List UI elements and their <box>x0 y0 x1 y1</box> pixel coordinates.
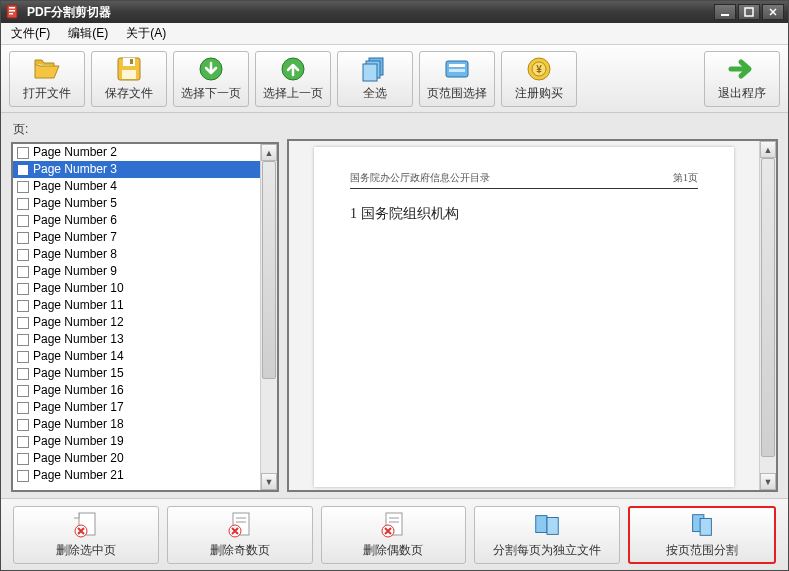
delete-selected-button[interactable]: 删除选中页 <box>13 506 159 564</box>
checkbox[interactable] <box>17 402 29 414</box>
checkbox[interactable] <box>17 249 29 261</box>
svg-rect-25 <box>236 521 246 523</box>
list-item[interactable]: Page Number 19 <box>13 433 260 450</box>
maximize-button[interactable] <box>738 4 760 20</box>
checkbox[interactable] <box>17 266 29 278</box>
checkbox[interactable] <box>17 453 29 465</box>
menu-file[interactable]: 文件(F) <box>7 23 54 44</box>
scroll-track[interactable] <box>261 161 277 473</box>
list-item[interactable]: Page Number 17 <box>13 399 260 416</box>
split-pages-icon <box>532 511 562 539</box>
toolbar-label: 退出程序 <box>718 85 766 102</box>
svg-rect-16 <box>449 64 465 67</box>
list-item[interactable]: Page Number 18 <box>13 416 260 433</box>
checkbox[interactable] <box>17 351 29 363</box>
list-item-label: Page Number 15 <box>33 365 124 382</box>
save-file-button[interactable]: 保存文件 <box>91 51 167 107</box>
preview-viewport[interactable]: 国务院办公厅政府信息公开目录 第1页 1 国务院组织机构 <box>289 141 759 490</box>
select-all-button[interactable]: 全选 <box>337 51 413 107</box>
checkbox[interactable] <box>17 368 29 380</box>
list-item[interactable]: Page Number 2 <box>13 144 260 161</box>
open-file-button[interactable]: 打开文件 <box>9 51 85 107</box>
select-prev-button[interactable]: 选择上一页 <box>255 51 331 107</box>
list-item[interactable]: Page Number 12 <box>13 314 260 331</box>
checkbox[interactable] <box>17 215 29 227</box>
list-item[interactable]: Page Number 21 <box>13 467 260 484</box>
bottom-label: 删除选中页 <box>56 542 116 559</box>
svg-rect-7 <box>123 58 135 66</box>
delete-even-button[interactable]: 删除偶数页 <box>321 506 467 564</box>
svg-rect-4 <box>721 14 729 16</box>
split-each-button[interactable]: 分割每页为独立文件 <box>474 506 620 564</box>
bottom-label: 删除奇数页 <box>210 542 270 559</box>
list-item[interactable]: Page Number 14 <box>13 348 260 365</box>
list-item[interactable]: Page Number 16 <box>13 382 260 399</box>
window-title: PDF分割剪切器 <box>27 4 714 21</box>
svg-rect-8 <box>122 70 136 79</box>
split-range-button[interactable]: 按页范围分割 <box>628 506 776 564</box>
list-item[interactable]: Page Number 10 <box>13 280 260 297</box>
preview-scroll-down-button[interactable]: ▼ <box>760 473 776 490</box>
checkbox[interactable] <box>17 283 29 295</box>
list-item[interactable]: Page Number 3 <box>13 161 260 178</box>
checkbox[interactable] <box>17 385 29 397</box>
list-item[interactable]: Page Number 15 <box>13 365 260 382</box>
checkbox[interactable] <box>17 198 29 210</box>
list-item-label: Page Number 21 <box>33 467 124 484</box>
toolbar-label: 保存文件 <box>105 85 153 102</box>
list-item[interactable]: Page Number 6 <box>13 212 260 229</box>
scroll-down-button[interactable]: ▼ <box>261 473 277 490</box>
checkbox[interactable] <box>17 147 29 159</box>
register-button[interactable]: ¥ 注册购买 <box>501 51 577 107</box>
list-item[interactable]: Page Number 5 <box>13 195 260 212</box>
preview-scroll-up-button[interactable]: ▲ <box>760 141 776 158</box>
page-range-button[interactable]: 页范围选择 <box>419 51 495 107</box>
checkbox[interactable] <box>17 300 29 312</box>
minimize-button[interactable] <box>714 4 736 20</box>
list-item-label: Page Number 8 <box>33 246 117 263</box>
checkbox[interactable] <box>17 436 29 448</box>
checkbox[interactable] <box>17 164 29 176</box>
list-item[interactable]: Page Number 13 <box>13 331 260 348</box>
app-icon <box>5 4 21 20</box>
doc-header-right: 第1页 <box>673 171 698 185</box>
svg-rect-2 <box>9 10 15 12</box>
checkbox[interactable] <box>17 470 29 482</box>
scroll-thumb[interactable] <box>262 161 276 379</box>
svg-text:¥: ¥ <box>536 64 542 75</box>
menu-about[interactable]: 关于(A) <box>122 23 170 44</box>
list-item[interactable]: Page Number 20 <box>13 450 260 467</box>
list-item-label: Page Number 5 <box>33 195 117 212</box>
exit-button[interactable]: 退出程序 <box>704 51 780 107</box>
checkbox[interactable] <box>17 181 29 193</box>
list-item[interactable]: Page Number 4 <box>13 178 260 195</box>
select-next-button[interactable]: 选择下一页 <box>173 51 249 107</box>
checkbox[interactable] <box>17 317 29 329</box>
menu-edit[interactable]: 编辑(E) <box>64 23 112 44</box>
delete-odd-button[interactable]: 删除奇数页 <box>167 506 313 564</box>
list-item[interactable]: Page Number 7 <box>13 229 260 246</box>
preview-scroll-track[interactable] <box>760 158 776 473</box>
scroll-up-button[interactable]: ▲ <box>261 144 277 161</box>
coin-icon: ¥ <box>524 55 554 83</box>
list-item-label: Page Number 2 <box>33 144 117 161</box>
list-item[interactable]: Page Number 11 <box>13 297 260 314</box>
checkbox[interactable] <box>17 232 29 244</box>
document-page: 国务院办公厅政府信息公开目录 第1页 1 国务院组织机构 <box>314 147 734 487</box>
checkbox[interactable] <box>17 419 29 431</box>
svg-rect-9 <box>130 59 133 64</box>
list-item[interactable]: Page Number 8 <box>13 246 260 263</box>
pages-listbox[interactable]: Page Number 2Page Number 3Page Number 4P… <box>13 144 260 490</box>
close-button[interactable] <box>762 4 784 20</box>
list-item[interactable]: Page Number 9 <box>13 263 260 280</box>
app-window: PDF分割剪切器 文件(F) 编辑(E) 关于(A) 打开文件 <box>0 0 789 571</box>
checkbox[interactable] <box>17 334 29 346</box>
list-item-label: Page Number 18 <box>33 416 124 433</box>
folder-open-icon <box>32 55 62 83</box>
toolbar-label: 全选 <box>363 85 387 102</box>
preview-scroll-thumb[interactable] <box>761 158 775 457</box>
list-item-label: Page Number 11 <box>33 297 124 314</box>
toolbar-label: 页范围选择 <box>427 85 487 102</box>
svg-rect-14 <box>363 64 377 81</box>
svg-rect-24 <box>236 517 246 519</box>
